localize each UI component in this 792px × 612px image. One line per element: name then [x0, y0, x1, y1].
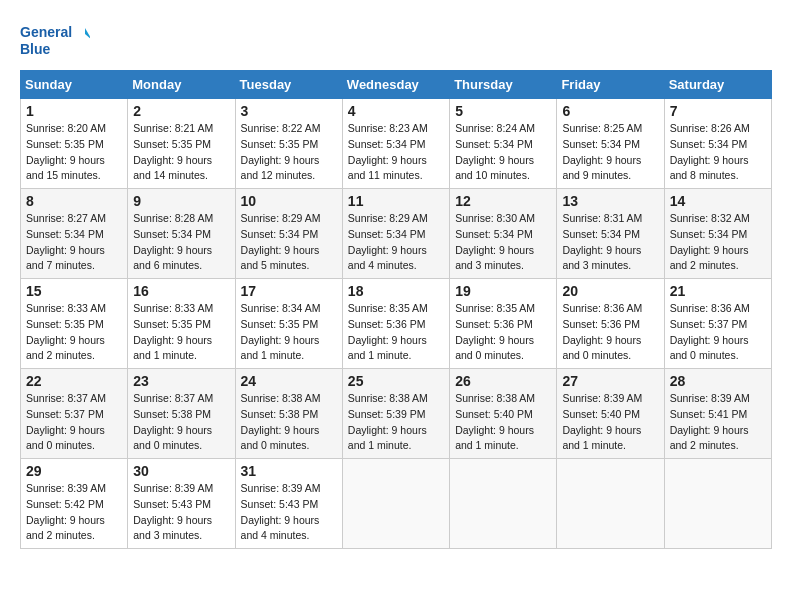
- day-cell: 23Sunrise: 8:37 AM Sunset: 5:38 PM Dayli…: [128, 369, 235, 459]
- day-number: 30: [133, 463, 229, 479]
- day-cell: 12Sunrise: 8:30 AM Sunset: 5:34 PM Dayli…: [450, 189, 557, 279]
- page-header: General Blue: [20, 20, 772, 60]
- day-info: Sunrise: 8:29 AM Sunset: 5:34 PM Dayligh…: [241, 211, 337, 274]
- day-number: 14: [670, 193, 766, 209]
- day-info: Sunrise: 8:21 AM Sunset: 5:35 PM Dayligh…: [133, 121, 229, 184]
- day-info: Sunrise: 8:27 AM Sunset: 5:34 PM Dayligh…: [26, 211, 122, 274]
- day-cell: 18Sunrise: 8:35 AM Sunset: 5:36 PM Dayli…: [342, 279, 449, 369]
- day-info: Sunrise: 8:33 AM Sunset: 5:35 PM Dayligh…: [26, 301, 122, 364]
- svg-text:Blue: Blue: [20, 41, 51, 57]
- day-cell: 22Sunrise: 8:37 AM Sunset: 5:37 PM Dayli…: [21, 369, 128, 459]
- day-cell: 31Sunrise: 8:39 AM Sunset: 5:43 PM Dayli…: [235, 459, 342, 549]
- day-info: Sunrise: 8:25 AM Sunset: 5:34 PM Dayligh…: [562, 121, 658, 184]
- day-number: 15: [26, 283, 122, 299]
- day-cell: 28Sunrise: 8:39 AM Sunset: 5:41 PM Dayli…: [664, 369, 771, 459]
- day-cell: 9Sunrise: 8:28 AM Sunset: 5:34 PM Daylig…: [128, 189, 235, 279]
- day-number: 29: [26, 463, 122, 479]
- week-row-1: 1Sunrise: 8:20 AM Sunset: 5:35 PM Daylig…: [21, 99, 772, 189]
- day-number: 20: [562, 283, 658, 299]
- day-cell: 26Sunrise: 8:38 AM Sunset: 5:40 PM Dayli…: [450, 369, 557, 459]
- day-number: 27: [562, 373, 658, 389]
- day-info: Sunrise: 8:39 AM Sunset: 5:40 PM Dayligh…: [562, 391, 658, 454]
- day-cell: [342, 459, 449, 549]
- day-number: 22: [26, 373, 122, 389]
- day-cell: 5Sunrise: 8:24 AM Sunset: 5:34 PM Daylig…: [450, 99, 557, 189]
- day-number: 12: [455, 193, 551, 209]
- day-number: 16: [133, 283, 229, 299]
- day-number: 5: [455, 103, 551, 119]
- day-info: Sunrise: 8:33 AM Sunset: 5:35 PM Dayligh…: [133, 301, 229, 364]
- day-number: 26: [455, 373, 551, 389]
- day-info: Sunrise: 8:36 AM Sunset: 5:36 PM Dayligh…: [562, 301, 658, 364]
- day-cell: 2Sunrise: 8:21 AM Sunset: 5:35 PM Daylig…: [128, 99, 235, 189]
- day-number: 17: [241, 283, 337, 299]
- day-info: Sunrise: 8:36 AM Sunset: 5:37 PM Dayligh…: [670, 301, 766, 364]
- day-number: 18: [348, 283, 444, 299]
- day-cell: 13Sunrise: 8:31 AM Sunset: 5:34 PM Dayli…: [557, 189, 664, 279]
- day-cell: 20Sunrise: 8:36 AM Sunset: 5:36 PM Dayli…: [557, 279, 664, 369]
- day-cell: 29Sunrise: 8:39 AM Sunset: 5:42 PM Dayli…: [21, 459, 128, 549]
- day-info: Sunrise: 8:34 AM Sunset: 5:35 PM Dayligh…: [241, 301, 337, 364]
- day-header-tuesday: Tuesday: [235, 71, 342, 99]
- day-number: 9: [133, 193, 229, 209]
- day-number: 24: [241, 373, 337, 389]
- day-cell: 19Sunrise: 8:35 AM Sunset: 5:36 PM Dayli…: [450, 279, 557, 369]
- svg-text:General: General: [20, 24, 72, 40]
- day-info: Sunrise: 8:23 AM Sunset: 5:34 PM Dayligh…: [348, 121, 444, 184]
- day-number: 21: [670, 283, 766, 299]
- day-cell: 17Sunrise: 8:34 AM Sunset: 5:35 PM Dayli…: [235, 279, 342, 369]
- day-cell: 3Sunrise: 8:22 AM Sunset: 5:35 PM Daylig…: [235, 99, 342, 189]
- day-info: Sunrise: 8:39 AM Sunset: 5:42 PM Dayligh…: [26, 481, 122, 544]
- day-info: Sunrise: 8:20 AM Sunset: 5:35 PM Dayligh…: [26, 121, 122, 184]
- day-cell: 16Sunrise: 8:33 AM Sunset: 5:35 PM Dayli…: [128, 279, 235, 369]
- day-number: 8: [26, 193, 122, 209]
- day-cell: 27Sunrise: 8:39 AM Sunset: 5:40 PM Dayli…: [557, 369, 664, 459]
- day-number: 23: [133, 373, 229, 389]
- day-info: Sunrise: 8:35 AM Sunset: 5:36 PM Dayligh…: [348, 301, 444, 364]
- day-header-monday: Monday: [128, 71, 235, 99]
- day-number: 10: [241, 193, 337, 209]
- day-cell: 4Sunrise: 8:23 AM Sunset: 5:34 PM Daylig…: [342, 99, 449, 189]
- day-cell: 24Sunrise: 8:38 AM Sunset: 5:38 PM Dayli…: [235, 369, 342, 459]
- day-info: Sunrise: 8:35 AM Sunset: 5:36 PM Dayligh…: [455, 301, 551, 364]
- day-header-saturday: Saturday: [664, 71, 771, 99]
- day-header-wednesday: Wednesday: [342, 71, 449, 99]
- day-number: 4: [348, 103, 444, 119]
- day-number: 1: [26, 103, 122, 119]
- day-info: Sunrise: 8:39 AM Sunset: 5:43 PM Dayligh…: [133, 481, 229, 544]
- day-info: Sunrise: 8:22 AM Sunset: 5:35 PM Dayligh…: [241, 121, 337, 184]
- day-info: Sunrise: 8:24 AM Sunset: 5:34 PM Dayligh…: [455, 121, 551, 184]
- day-info: Sunrise: 8:39 AM Sunset: 5:43 PM Dayligh…: [241, 481, 337, 544]
- day-info: Sunrise: 8:28 AM Sunset: 5:34 PM Dayligh…: [133, 211, 229, 274]
- svg-marker-2: [85, 28, 90, 40]
- day-info: Sunrise: 8:38 AM Sunset: 5:38 PM Dayligh…: [241, 391, 337, 454]
- day-header-friday: Friday: [557, 71, 664, 99]
- day-cell: [557, 459, 664, 549]
- day-info: Sunrise: 8:26 AM Sunset: 5:34 PM Dayligh…: [670, 121, 766, 184]
- day-info: Sunrise: 8:38 AM Sunset: 5:39 PM Dayligh…: [348, 391, 444, 454]
- day-number: 13: [562, 193, 658, 209]
- day-header-thursday: Thursday: [450, 71, 557, 99]
- week-row-5: 29Sunrise: 8:39 AM Sunset: 5:42 PM Dayli…: [21, 459, 772, 549]
- day-number: 28: [670, 373, 766, 389]
- day-info: Sunrise: 8:38 AM Sunset: 5:40 PM Dayligh…: [455, 391, 551, 454]
- week-row-4: 22Sunrise: 8:37 AM Sunset: 5:37 PM Dayli…: [21, 369, 772, 459]
- day-info: Sunrise: 8:31 AM Sunset: 5:34 PM Dayligh…: [562, 211, 658, 274]
- day-number: 6: [562, 103, 658, 119]
- day-number: 3: [241, 103, 337, 119]
- day-cell: 11Sunrise: 8:29 AM Sunset: 5:34 PM Dayli…: [342, 189, 449, 279]
- day-number: 11: [348, 193, 444, 209]
- logo: General Blue: [20, 20, 90, 60]
- day-info: Sunrise: 8:30 AM Sunset: 5:34 PM Dayligh…: [455, 211, 551, 274]
- day-info: Sunrise: 8:37 AM Sunset: 5:38 PM Dayligh…: [133, 391, 229, 454]
- day-info: Sunrise: 8:32 AM Sunset: 5:34 PM Dayligh…: [670, 211, 766, 274]
- day-cell: [450, 459, 557, 549]
- day-info: Sunrise: 8:37 AM Sunset: 5:37 PM Dayligh…: [26, 391, 122, 454]
- logo-svg: General Blue: [20, 20, 90, 60]
- day-cell: 8Sunrise: 8:27 AM Sunset: 5:34 PM Daylig…: [21, 189, 128, 279]
- day-cell: 21Sunrise: 8:36 AM Sunset: 5:37 PM Dayli…: [664, 279, 771, 369]
- day-cell: 15Sunrise: 8:33 AM Sunset: 5:35 PM Dayli…: [21, 279, 128, 369]
- day-info: Sunrise: 8:39 AM Sunset: 5:41 PM Dayligh…: [670, 391, 766, 454]
- day-number: 19: [455, 283, 551, 299]
- day-number: 31: [241, 463, 337, 479]
